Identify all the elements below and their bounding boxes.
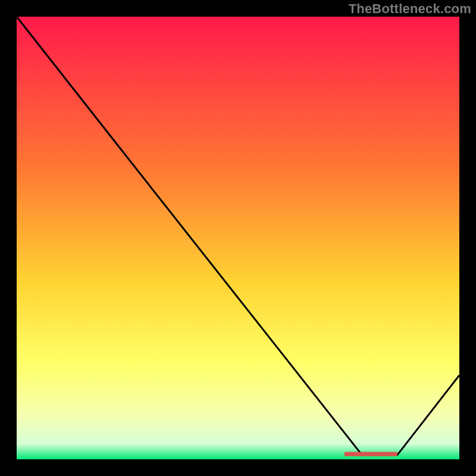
chart-svg bbox=[17, 17, 459, 459]
optimal-range-marker bbox=[345, 452, 397, 456]
chart-area bbox=[17, 17, 459, 459]
watermark-text: TheBottleneck.com bbox=[349, 1, 471, 17]
chart-background-gradient bbox=[17, 17, 459, 459]
